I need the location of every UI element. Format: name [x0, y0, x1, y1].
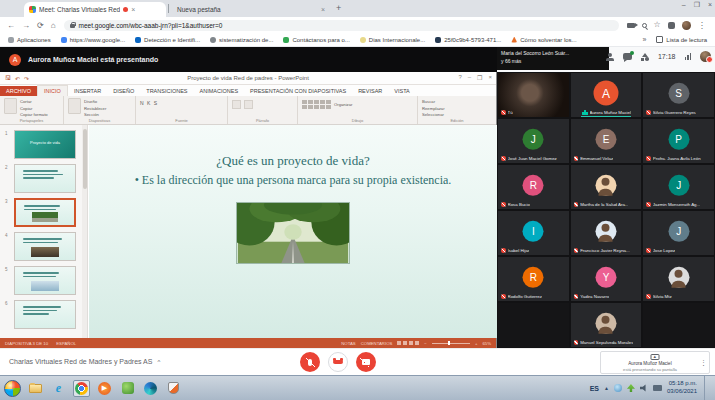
window-close-button[interactable]: ×	[708, 1, 712, 9]
tab-close-icon[interactable]: ×	[321, 6, 325, 13]
window-minimize-button[interactable]: –	[682, 1, 686, 9]
participant-tile[interactable]: J Jose Lopez	[643, 211, 714, 255]
forward-button[interactable]: →	[22, 21, 30, 30]
slide-thumbnail-3-selected[interactable]	[14, 198, 76, 227]
update-tray-icon[interactable]	[627, 384, 635, 392]
participant-tile[interactable]: Y Yadira Navarro	[571, 257, 642, 301]
find-button[interactable]: Buscar	[422, 99, 445, 104]
language-indicator[interactable]: ESPAÑOL	[56, 341, 76, 346]
leave-call-button[interactable]	[328, 352, 348, 372]
start-button[interactable]	[4, 380, 21, 397]
slide-thumbnail-4[interactable]	[14, 232, 76, 261]
tab-close-icon[interactable]: ×	[131, 6, 135, 13]
arrange-button[interactable]: Organizar	[334, 102, 352, 107]
volume-tray-icon[interactable]	[640, 384, 648, 392]
zoom-slider[interactable]	[432, 343, 470, 344]
slide-thumbnail-1[interactable]: Proyecto de vida	[14, 130, 76, 159]
activities-icon[interactable]	[641, 53, 649, 61]
chat-icon[interactable]	[623, 53, 632, 60]
replace-button[interactable]: Reemplazar	[422, 106, 445, 111]
extensions-icon[interactable]	[668, 22, 675, 29]
zoom-in-button[interactable]: +	[475, 341, 478, 346]
tray-expand-icon[interactable]: ▲	[604, 385, 609, 391]
taskbar-media-button[interactable]: ▶	[96, 380, 113, 397]
zoom-out-button[interactable]: −	[424, 341, 427, 346]
taskbar-clock[interactable]: 05:18 p.m. 03/06/2021	[667, 380, 697, 396]
mic-toggle-button[interactable]	[300, 352, 320, 372]
show-desktop-button[interactable]	[704, 376, 709, 400]
taskbar-ie-button[interactable]: e	[50, 380, 67, 397]
new-slide-button[interactable]	[68, 98, 81, 114]
bookmark-solventar[interactable]: Cómo solventar los...	[511, 37, 576, 43]
tab-meet[interactable]: Meet: Charlas Virtuales Red ×	[24, 2, 166, 17]
tab-revisar[interactable]: REVISAR	[352, 86, 388, 96]
font-controls[interactable]: N K S	[140, 98, 158, 106]
participant-tile[interactable]: Manuel Sepulveda Morales	[571, 303, 642, 347]
bullets-button[interactable]	[232, 100, 241, 109]
zoom-page-icon[interactable]	[642, 23, 647, 28]
power-tray-icon[interactable]	[653, 385, 662, 391]
account-avatar[interactable]	[700, 51, 711, 62]
reading-list-button[interactable]: Lista de lectura	[656, 36, 707, 43]
taskbar-chrome-button[interactable]	[73, 380, 90, 397]
copy-button[interactable]: Copiar	[20, 106, 48, 111]
tab-insertar[interactable]: INSERTAR	[68, 86, 107, 96]
notes-button[interactable]: NOTAS	[341, 341, 355, 346]
browser-menu-icon[interactable]: ⋮	[698, 21, 706, 30]
taskbar-explorer-button[interactable]	[27, 380, 44, 397]
camera-permission-icon[interactable]	[627, 23, 635, 28]
tab-archivo[interactable]: ARCHIVO	[0, 86, 37, 96]
participants-icon[interactable]	[606, 53, 614, 61]
thumbnails-scrollbar[interactable]	[82, 125, 87, 338]
ppt-close-button[interactable]: ×	[488, 74, 492, 81]
slide-thumbnail-6[interactable]	[14, 300, 76, 329]
ppt-minimize-button[interactable]: –	[468, 74, 471, 81]
taskbar-edge-button[interactable]	[142, 380, 159, 397]
tab-diseno[interactable]: DISEÑO	[107, 86, 140, 96]
layout-button[interactable]: Diseño	[84, 99, 106, 104]
participant-tile[interactable]: P Profra. Juana Avila León	[643, 119, 714, 163]
bookmark-google[interactable]: https://www.google...	[61, 37, 125, 43]
window-maximize-button[interactable]: ❐	[694, 1, 700, 9]
align-button[interactable]	[244, 100, 253, 109]
present-options-icon[interactable]: ⋮	[700, 359, 707, 367]
section-button[interactable]: Sección	[84, 112, 106, 117]
slide-thumbnail-5[interactable]	[14, 266, 76, 295]
taskbar-security-button[interactable]	[165, 380, 182, 397]
comments-button[interactable]: COMENTARIOS	[361, 341, 393, 346]
view-buttons[interactable]	[397, 341, 419, 345]
tab-transiciones[interactable]: TRANSICIONES	[140, 86, 193, 96]
participant-tile[interactable]: J Jazmin Monserrath Ag...	[643, 165, 714, 209]
tab-inicio[interactable]: INICIO	[37, 85, 68, 96]
tab-new[interactable]: Nueva pestaña ×	[172, 2, 330, 17]
reload-button[interactable]: ⟳	[37, 21, 44, 30]
participant-tile[interactable]: Martha de la Salud Ara...	[571, 165, 642, 209]
bookmark-file[interactable]: 25f0c9b4-5793-471...	[435, 37, 501, 43]
ppt-help-button[interactable]: ?	[458, 74, 461, 81]
paste-button[interactable]	[4, 98, 17, 114]
bookmark-dias[interactable]: Dias Internacionale...	[360, 37, 425, 43]
participant-tile[interactable]: E Emmanuel Velaz	[571, 119, 642, 163]
url-bar[interactable]: meet.google.com/wbc-aaab-jrn?pli=1&authu…	[64, 20, 619, 31]
meeting-name-button[interactable]: Charlas Virtuales Red de Madres y Padres…	[9, 358, 160, 365]
bookmarks-overflow-icon[interactable]: »	[642, 36, 646, 43]
tab-vista[interactable]: VISTA	[388, 86, 416, 96]
shapes-gallery[interactable]	[302, 98, 331, 109]
network-tray-icon[interactable]	[614, 384, 622, 392]
reset-button[interactable]: Restablecer	[84, 106, 106, 111]
camera-toggle-button[interactable]	[356, 352, 376, 372]
participant-tile[interactable]: R Rosa Bucio	[498, 165, 569, 209]
language-tray-indicator[interactable]: ES	[590, 385, 599, 392]
home-button[interactable]: ⌂	[51, 21, 56, 30]
tab-presentacion[interactable]: PRESENTACIÓN CON DIAPOSITIVAS	[244, 86, 352, 96]
bookmark-linkedin[interactable]: Detección e Identifi...	[135, 37, 200, 43]
bookmark-apps[interactable]: Aplicaciones	[8, 37, 51, 43]
participant-tile[interactable]: Francisco Javier Reyna...	[571, 211, 642, 255]
back-button[interactable]: ←	[7, 21, 15, 30]
participant-tile[interactable]: J José Juan Maciel Gomez	[498, 119, 569, 163]
cut-button[interactable]: Cortar	[20, 99, 48, 104]
taskbar-app-button[interactable]	[119, 380, 136, 397]
participant-tile[interactable]: I Isabel Hijar	[498, 211, 569, 255]
participant-tile-aurora[interactable]: A Aurora Muñoz Maciel	[571, 73, 642, 117]
participant-tile[interactable]: R Rodolfo Gutierrez	[498, 257, 569, 301]
